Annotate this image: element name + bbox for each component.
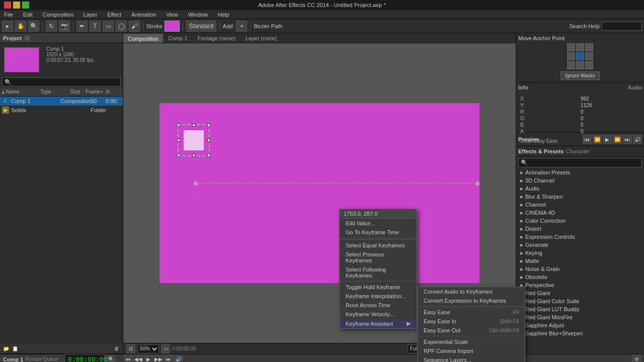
tool-select[interactable]: ▸ <box>2 21 13 32</box>
project-menu-btn[interactable] <box>25 36 30 41</box>
effect-blur-sharpen[interactable]: ▶ Blur & Sharpen <box>516 193 644 201</box>
ctx-convert-expression[interactable]: Convert Expression to Keyframes <box>418 296 525 305</box>
tool-pen[interactable]: ✒ <box>76 21 88 32</box>
preview-prev-btn[interactable]: ⏪ <box>593 135 602 144</box>
anchor-mr[interactable] <box>585 52 593 60</box>
tab-comp-name[interactable]: Comp 1 <box>163 34 193 43</box>
ctx-easy-ease-out[interactable]: Easy Ease Out Ctrl+Shift+F9 <box>418 326 525 335</box>
anchor-ml[interactable] <box>567 52 575 60</box>
anchor-tr[interactable] <box>585 43 593 51</box>
effect-noise-grain[interactable]: ▶ Noise & Grain <box>516 265 644 273</box>
ctx-goto-keyframe[interactable]: Go To Keyframe Time <box>340 228 417 238</box>
effect-red-giant-missfire[interactable]: ▶ Red Giant MissFire <box>516 313 644 321</box>
time-display[interactable]: 0:00:00:00 <box>64 354 105 362</box>
effect-channel[interactable]: ▶ Channel <box>516 201 644 209</box>
kf-dot-start[interactable] <box>194 182 198 186</box>
effect-animation-presets[interactable]: ▶ Animation Presets <box>516 168 644 176</box>
tool-shape-ellipse[interactable]: ◯ <box>116 21 127 32</box>
tool-camera[interactable]: 📷 <box>59 21 70 32</box>
search-input[interactable] <box>602 22 642 31</box>
effect-distort[interactable]: ▶ Distort <box>516 225 644 233</box>
ctx-easy-ease-in[interactable]: Easy Ease In Shift+F9 <box>418 317 525 326</box>
effect-3d-channel[interactable]: ▶ 3D Channel <box>516 176 644 185</box>
ctx-convert-audio[interactable]: Convert Audio to Keyframes <box>418 287 525 296</box>
project-item-solids[interactable]: ▶ Solids Folder <box>0 106 123 115</box>
ctx-easy-ease[interactable]: Easy Ease F9 <box>418 308 525 317</box>
effect-expression-controls[interactable]: ▶ Expression Controls <box>516 233 644 241</box>
timeline-settings-btn[interactable]: ⚙ <box>632 355 641 363</box>
project-item-comp1[interactable]: C Comp 1 Composition 30 0:00: <box>0 97 123 106</box>
menu-animation[interactable]: Animation <box>129 12 158 18</box>
effect-sapphire-blur[interactable]: ▶ Sapphire Blur+Sharpen <box>516 329 644 337</box>
new-comp-btn[interactable]: 📋 <box>11 345 19 353</box>
tool-text[interactable]: T <box>90 21 101 32</box>
minimize-btn[interactable] <box>13 2 20 9</box>
handle-mr[interactable] <box>207 139 210 142</box>
preview-first-btn[interactable]: ⏮ <box>583 135 592 144</box>
handle-tm[interactable] <box>192 124 195 127</box>
ctx-edit-value[interactable]: Edit Value... <box>340 219 417 228</box>
effect-color-correction[interactable]: ▶ Color Correction <box>516 217 644 225</box>
region-btn[interactable]: ▭ <box>161 344 170 353</box>
tool-stroke-color[interactable] <box>165 21 180 32</box>
effect-matte[interactable]: ▶ Matte <box>516 257 644 265</box>
close-btn[interactable] <box>4 2 11 9</box>
ctx-rove[interactable]: Rove Across Time <box>340 301 417 310</box>
anchor-mm[interactable] <box>576 52 584 60</box>
transport-audio[interactable]: 🔊 <box>174 355 183 363</box>
effect-red-giant[interactable]: ▶ Red Giant <box>516 289 644 297</box>
project-search[interactable]: 🔍 <box>2 77 121 86</box>
ctx-select-equal[interactable]: Select Equal Keyframes <box>340 241 417 250</box>
effect-keying[interactable]: ▶ Keying <box>516 249 644 257</box>
transport-last[interactable]: ⏭ <box>164 355 173 363</box>
menu-composition[interactable]: Composition <box>41 12 75 18</box>
effect-red-giant-lut-buddy[interactable]: ▶ Red Giant LUT Buddy <box>516 305 644 313</box>
anchor-tl[interactable] <box>567 43 575 51</box>
tool-hand[interactable]: ✋ <box>15 21 26 32</box>
anchor-bm[interactable] <box>576 61 584 69</box>
menu-window[interactable]: Window <box>186 12 210 18</box>
tab-footage[interactable]: Footage (none) <box>193 34 240 43</box>
menu-file[interactable]: File <box>2 12 15 18</box>
project-search-input[interactable] <box>12 79 118 85</box>
effect-red-giant-color-suite[interactable]: ▶ Red Giant Color Suite <box>516 297 644 305</box>
menu-effect[interactable]: Effect <box>105 12 123 18</box>
preview-last-btn[interactable]: ⏭ <box>623 135 632 144</box>
transport-play-stop[interactable]: ▶ <box>144 355 153 363</box>
tool-shape-rect[interactable]: ▭ <box>103 21 114 32</box>
effect-audio[interactable]: ▶ Audio <box>516 185 644 193</box>
maximize-btn[interactable] <box>22 2 29 9</box>
transport-first[interactable]: ⏮ <box>124 355 133 363</box>
ctx-interpolation[interactable]: Keyframe Interpolation... <box>340 292 417 301</box>
menu-view[interactable]: View <box>164 12 180 18</box>
effect-perspective[interactable]: ▶ Perspective <box>516 281 644 289</box>
ctx-select-previous[interactable]: Select Previous Keyframes <box>340 250 417 265</box>
effect-generate[interactable]: ▶ Generate <box>516 241 644 249</box>
new-folder-btn[interactable]: 📁 <box>2 345 10 353</box>
preview-audio-btn[interactable]: 🔊 <box>633 135 642 144</box>
handle-tr[interactable] <box>207 124 210 127</box>
anchor-br[interactable] <box>585 61 593 69</box>
tool-zoom[interactable]: 🔍 <box>28 21 39 32</box>
ctx-exponential-scale[interactable]: Exponential Scale <box>418 337 525 346</box>
handle-br[interactable] <box>207 154 210 157</box>
ctx-sequence-layers[interactable]: Sequence Layers... <box>418 355 525 362</box>
handle-tl[interactable] <box>177 124 180 127</box>
handle-bm[interactable] <box>192 154 195 157</box>
transport-prev-kf[interactable]: ◀◀ <box>134 355 143 363</box>
effect-cinema4d[interactable]: ▶ CINEMA 4D <box>516 209 644 217</box>
ctx-toggle-hold[interactable]: Toggle Hold Keyframe <box>340 283 417 292</box>
preview-next-btn[interactable]: ⏩ <box>613 135 622 144</box>
effect-obsolete[interactable]: ▶ Obsolete <box>516 273 644 281</box>
ctx-assistant[interactable]: Keyframe Assistant ▶ <box>340 319 417 328</box>
ctx-select-following[interactable]: Select Following Keyframes <box>340 265 417 280</box>
effect-sapphire-adjust[interactable]: ▶ Sapphire Adjust <box>516 321 644 329</box>
menu-edit[interactable]: Edit <box>21 12 35 18</box>
preview-play-btn[interactable]: ▶ <box>603 135 612 144</box>
menu-help[interactable]: Help <box>216 12 231 18</box>
zoom-select[interactable]: 50% <box>137 344 159 353</box>
kf-dot-end[interactable] <box>475 182 479 186</box>
handle-bl[interactable] <box>177 154 180 157</box>
workspace-btn[interactable]: Standard <box>186 21 216 32</box>
time-search-btn[interactable]: 🔍 <box>107 355 116 363</box>
